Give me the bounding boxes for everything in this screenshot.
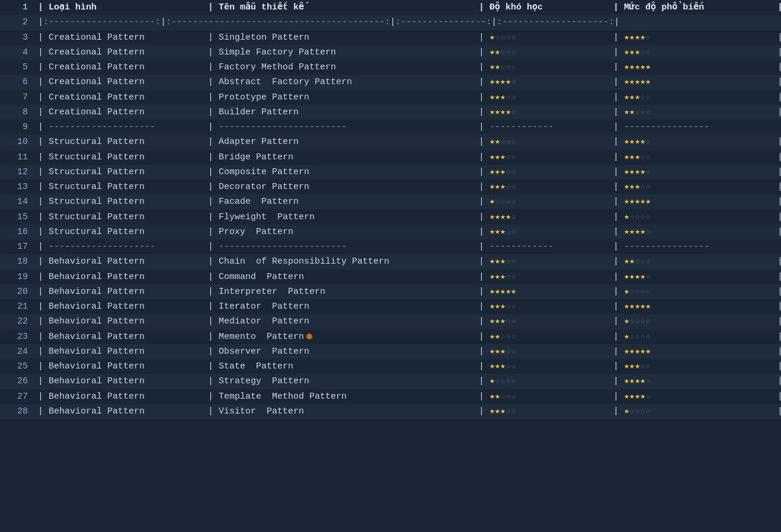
pipe: | <box>608 75 624 89</box>
difficulty-stars: ★★★☆☆ <box>489 300 608 313</box>
pattern-type: Creational Pattern <box>49 105 203 119</box>
star-empty: ☆ <box>500 47 505 57</box>
pipe: | <box>203 120 219 134</box>
star-empty: ☆ <box>645 227 651 237</box>
pipe: | <box>203 60 219 74</box>
pipe: | <box>473 315 489 328</box>
pipe: | <box>473 165 489 179</box>
star-filled: ★ <box>629 77 635 87</box>
star-filled: ★ <box>500 347 505 357</box>
pattern-name: Interpreter Pattern <box>219 285 473 299</box>
pipe: | <box>772 255 781 268</box>
star-filled: ★ <box>635 392 640 402</box>
pattern-type: Structural Pattern <box>49 180 203 194</box>
pipe: | <box>772 360 781 373</box>
pipe: | <box>203 225 219 239</box>
star-filled: ★ <box>500 406 505 416</box>
pipe: | <box>608 150 624 164</box>
star-empty: ☆ <box>511 392 516 402</box>
star-filled: ★ <box>495 347 500 357</box>
star-filled: ★ <box>489 92 495 102</box>
star-filled: ★ <box>495 302 500 312</box>
pattern-type: Behavioral Pattern <box>49 390 203 403</box>
difficulty-stars: ★★☆☆☆ <box>489 330 608 344</box>
row-number: 1 <box>0 1 33 14</box>
table-row: 3 | Creational Pattern | Singleton Patte… <box>0 30 781 45</box>
sep-pop-col: ---------------- <box>624 120 772 134</box>
pipe: | <box>608 180 624 194</box>
pipe: | <box>772 300 781 313</box>
star-empty: ☆ <box>645 212 651 222</box>
table-row: 21 | Behavioral Pattern | Iterator Patte… <box>0 299 781 314</box>
star-filled: ★ <box>500 92 505 102</box>
row-number: 10 <box>0 135 33 149</box>
pipe: | <box>473 180 489 194</box>
pattern-name: Composite Pattern <box>219 165 473 179</box>
popularity-stars: ★☆☆☆☆ <box>624 285 772 299</box>
star-filled: ★ <box>629 47 635 57</box>
pipe: | <box>33 31 49 44</box>
pipe: | <box>473 390 489 403</box>
pipe: | <box>608 390 624 403</box>
star-empty: ☆ <box>511 361 516 371</box>
sep-name-col: ------------------------ <box>219 240 473 254</box>
pipe: | <box>473 360 489 373</box>
pipe: | <box>203 210 219 224</box>
star-empty: ☆ <box>505 332 511 342</box>
pipe: | <box>33 150 49 164</box>
star-filled: ★ <box>489 107 495 117</box>
row-number: 14 <box>0 195 33 209</box>
star-filled: ★ <box>640 392 645 402</box>
pipe: | <box>772 315 781 328</box>
star-filled: ★ <box>500 182 505 192</box>
pipe: | <box>203 46 219 59</box>
difficulty-stars: ★★★☆☆ <box>489 165 608 179</box>
popularity-stars: ★★★☆☆ <box>624 91 772 104</box>
difficulty-stars: ★☆☆☆☆ <box>489 195 608 209</box>
row-number: 22 <box>0 315 33 328</box>
pipe: | <box>772 210 781 224</box>
pipe: | <box>772 180 781 194</box>
pipe: | <box>473 120 489 134</box>
pipe: | <box>473 345 489 358</box>
star-filled: ★ <box>645 197 651 207</box>
pipe: | <box>772 405 781 418</box>
pipe: | <box>33 15 43 29</box>
table-body: 3 | Creational Pattern | Singleton Patte… <box>0 30 781 419</box>
popularity-stars: ★☆☆☆☆ <box>624 405 772 418</box>
star-empty: ☆ <box>505 392 511 402</box>
star-filled: ★ <box>489 302 495 312</box>
star-empty: ☆ <box>511 62 516 72</box>
pattern-name: Factory Method Pattern <box>219 60 473 74</box>
row-number: 26 <box>0 374 33 388</box>
star-empty: ☆ <box>635 257 640 267</box>
star-empty: ☆ <box>629 212 635 222</box>
pipe: | <box>608 240 624 254</box>
difficulty-stars: ★★☆☆☆ <box>489 390 608 403</box>
pipe: | <box>390 15 395 29</box>
star-filled: ★ <box>640 302 645 312</box>
star-filled: ★ <box>624 182 629 192</box>
star-filled: ★ <box>489 347 495 357</box>
star-empty: ☆ <box>511 257 516 267</box>
star-empty: ☆ <box>640 152 645 162</box>
star-empty: ☆ <box>505 33 511 43</box>
star-empty: ☆ <box>511 47 516 57</box>
star-filled: ★ <box>629 182 635 192</box>
star-empty: ☆ <box>645 33 651 43</box>
pipe: | <box>203 31 219 44</box>
row-number: 28 <box>0 405 33 418</box>
difficulty-stars: ★★★★☆ <box>489 105 608 119</box>
row-number: 15 <box>0 210 33 224</box>
pipe: | <box>772 46 781 59</box>
pipe: | <box>203 240 219 254</box>
star-filled: ★ <box>640 62 645 72</box>
star-filled: ★ <box>495 361 500 371</box>
pipe: | <box>473 270 489 284</box>
star-filled: ★ <box>629 272 635 282</box>
pipe: | <box>33 120 49 134</box>
star-filled: ★ <box>495 182 500 192</box>
popularity-stars: ★☆☆☆☆ <box>624 330 772 344</box>
sep-type: :--------------------: <box>43 15 161 29</box>
star-filled: ★ <box>635 33 640 43</box>
